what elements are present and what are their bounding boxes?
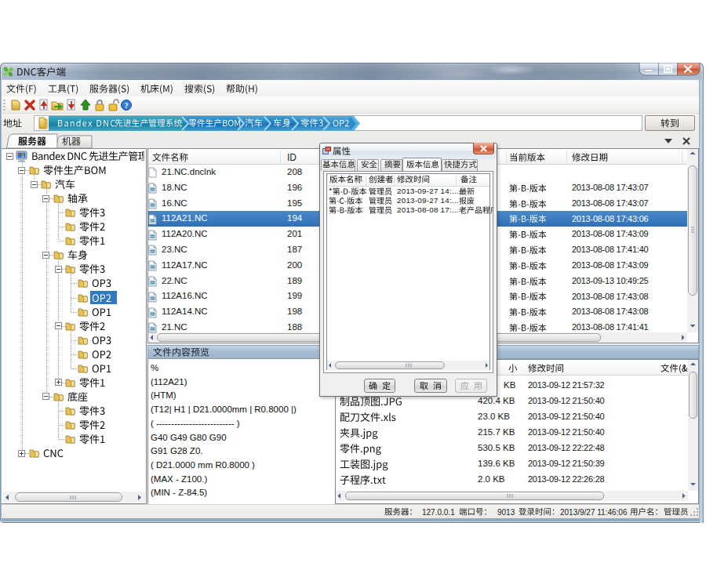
- svg-text:?: ?: [124, 100, 129, 110]
